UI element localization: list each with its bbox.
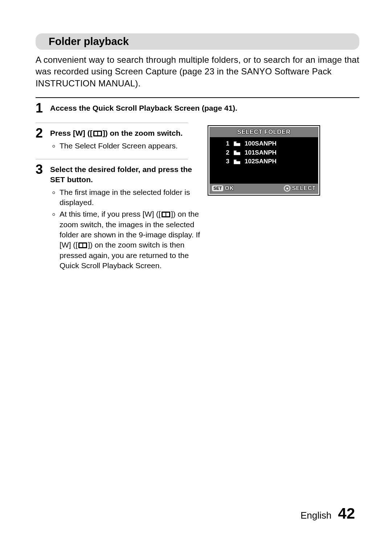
step-3-bullet-1: The first image in the selected folder i… <box>60 187 204 208</box>
folder-index: 2 <box>224 148 229 158</box>
folder-icon <box>233 141 241 147</box>
step-3-bullet-2: At this time, if you press [W] ([]) on t… <box>60 209 204 271</box>
step-3-title: Select the desired folder, and press the… <box>50 164 204 185</box>
folder-icon <box>233 159 241 165</box>
thumbnail-grid-icon <box>162 212 170 217</box>
folder-name: 100SANPH <box>245 139 277 148</box>
thumbnail-grid-icon <box>93 131 102 136</box>
text: At this time, if you press [W] ([ <box>60 210 161 218</box>
page-footer: English 42 <box>301 505 355 522</box>
step-1: 1 Access the Quick Scroll Playback Scree… <box>36 102 359 115</box>
step-2-title: Press [W] ([]) on the zoom switch. <box>50 128 204 138</box>
folder-row: 2 101SANPH <box>224 148 312 158</box>
folder-index: 3 <box>224 157 229 166</box>
select-label: SELECT <box>292 185 316 192</box>
intro-paragraph: A convenient way to search through multi… <box>36 54 359 89</box>
step-1-title: Access the Quick Scroll Playback Screen … <box>50 103 359 113</box>
step-number: 1 <box>36 102 50 115</box>
folder-icon <box>233 150 241 156</box>
folder-name: 101SANPH <box>245 148 277 158</box>
divider <box>36 97 359 98</box>
set-badge: SET <box>212 185 223 191</box>
folder-index: 1 <box>224 139 229 148</box>
footer-language: English <box>301 510 331 521</box>
dpad-icon <box>284 185 290 192</box>
footer-page-number: 42 <box>338 505 355 522</box>
thumbnail-grid-icon <box>78 242 87 248</box>
step-2: 2 Press [W] ([]) on the zoom switch. The… <box>36 127 204 151</box>
ok-label: OK <box>225 185 234 192</box>
folder-row: 3 102SANPH <box>224 157 312 166</box>
step-number: 3 <box>36 163 50 176</box>
step-2-title-post: ]) on the zoom switch. <box>103 129 183 137</box>
folder-name: 102SANPH <box>245 157 277 166</box>
step-2-title-pre: Press [W] ([ <box>50 129 93 137</box>
screen-title: SELECT FOLDER <box>210 127 318 137</box>
folder-row: 1 100SANPH <box>224 139 312 148</box>
divider <box>36 159 188 159</box>
section-title: Folder playback <box>36 33 359 50</box>
step-3: 3 Select the desired folder, and press t… <box>36 164 204 271</box>
step-2-bullet: The Select Folder Screen appears. <box>60 141 204 151</box>
step-number: 2 <box>36 127 50 140</box>
select-folder-screen: SELECT FOLDER 1 100SANPH 2 101SANPH <box>208 125 320 196</box>
